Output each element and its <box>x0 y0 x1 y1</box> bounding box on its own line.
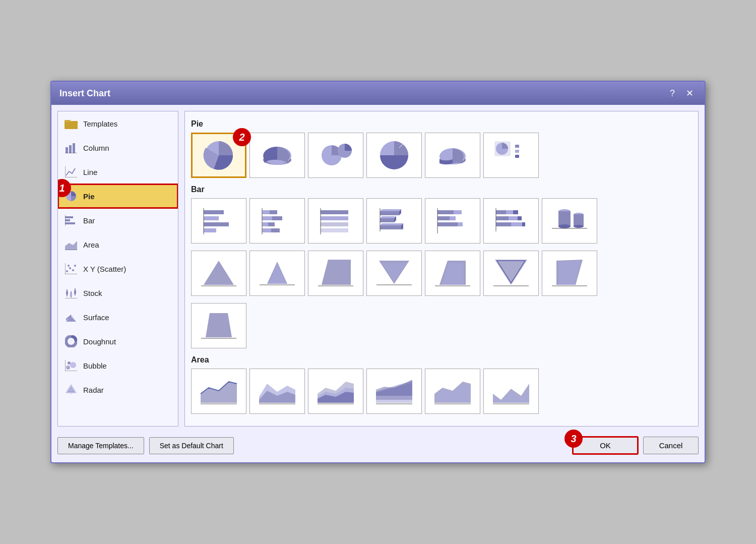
svg-marker-119 <box>322 260 351 285</box>
svg-point-18 <box>74 265 76 267</box>
bar-chart-grid-3 <box>191 303 692 348</box>
svg-rect-97 <box>496 210 506 214</box>
sidebar-item-surface[interactable]: Surface <box>58 305 178 329</box>
line-icon <box>64 165 78 179</box>
bar-chart-7[interactable] <box>542 198 597 244</box>
svg-rect-95 <box>458 222 463 226</box>
bar-chart-4[interactable] <box>366 198 422 244</box>
bar-chart-1[interactable] <box>191 198 246 244</box>
pie-chart-1[interactable]: 2 <box>191 133 246 178</box>
svg-rect-94 <box>437 222 458 226</box>
svg-marker-87 <box>380 223 403 225</box>
sidebar-item-doughnut[interactable]: Doughnut <box>58 329 178 353</box>
svg-rect-3 <box>69 145 72 153</box>
bar-chart-15[interactable] <box>191 303 246 348</box>
sidebar: Templates Column <box>57 111 178 427</box>
svg-marker-84 <box>380 216 396 218</box>
svg-rect-99 <box>513 210 518 214</box>
svg-rect-59 <box>515 155 519 158</box>
sidebar-item-area[interactable]: Area <box>58 232 178 257</box>
bar-chart-5[interactable] <box>425 198 480 244</box>
pie-chart-6[interactable] <box>483 133 539 178</box>
pie-chart-4[interactable] <box>366 133 422 178</box>
sidebar-item-scatter[interactable]: X Y (Scatter) <box>58 257 178 281</box>
sidebar-item-stock[interactable]: Stock <box>58 281 178 305</box>
bar-chart-11[interactable] <box>366 251 422 296</box>
sidebar-item-radar[interactable]: Radar <box>58 378 178 402</box>
chart-scroll[interactable]: Pie 2 <box>184 111 699 427</box>
pie-chart-2[interactable] <box>249 133 305 178</box>
cancel-button[interactable]: Cancel <box>643 437 699 454</box>
svg-rect-0 <box>65 121 78 129</box>
dialog-body: Templates Column <box>51 105 705 462</box>
area-chart-3[interactable] <box>308 369 363 414</box>
folder-icon <box>64 116 78 131</box>
radar-icon <box>64 383 78 397</box>
svg-rect-78 <box>321 228 348 232</box>
svg-marker-114 <box>204 261 234 285</box>
svg-marker-13 <box>65 241 77 250</box>
svg-point-34 <box>66 366 70 370</box>
bar-chart-8[interactable] <box>191 251 246 296</box>
bar-chart-12[interactable] <box>425 251 480 296</box>
dialog-main: Templates Column <box>57 111 699 427</box>
svg-point-109 <box>558 224 571 228</box>
bar-chart-9[interactable] <box>249 251 305 296</box>
sidebar-item-templates[interactable]: Templates <box>58 111 178 136</box>
sidebar-label-surface: Surface <box>83 313 109 322</box>
set-default-chart-button[interactable]: Set as Default Chart <box>149 437 234 454</box>
manage-templates-button[interactable]: Manage Templates... <box>57 437 144 454</box>
svg-rect-2 <box>66 147 68 153</box>
area-chart-2[interactable] <box>249 369 305 414</box>
area-chart-4[interactable] <box>366 369 422 414</box>
svg-marker-117 <box>268 264 286 284</box>
bar-chart-10[interactable] <box>308 251 363 296</box>
svg-rect-86 <box>380 225 403 229</box>
svg-point-112 <box>574 225 584 228</box>
doughnut-icon <box>64 334 78 348</box>
content-area: Pie 2 <box>184 111 699 427</box>
svg-rect-77 <box>321 222 348 226</box>
area-chart-5[interactable] <box>425 369 480 414</box>
area-chart-grid <box>191 369 692 414</box>
svg-marker-81 <box>380 209 401 211</box>
bar-chart-6[interactable] <box>483 198 539 244</box>
area-chart-1[interactable] <box>191 369 246 414</box>
bar-chart-grid-2 <box>191 251 692 296</box>
bar-chart-13[interactable] <box>483 251 539 296</box>
pie-chart-5[interactable] <box>425 133 480 178</box>
sidebar-item-line[interactable]: Line <box>58 160 178 184</box>
svg-point-36 <box>68 361 71 365</box>
svg-rect-10 <box>65 219 70 221</box>
area-chart-6[interactable] <box>483 369 539 414</box>
sidebar-item-bubble[interactable]: Bubble <box>58 353 178 378</box>
sidebar-label-area: Area <box>83 240 99 249</box>
svg-point-17 <box>72 269 74 271</box>
bar-chart-3[interactable] <box>308 198 363 244</box>
svg-rect-70 <box>262 222 268 226</box>
close-button[interactable]: ✕ <box>683 87 697 100</box>
sidebar-item-bar[interactable]: Bar <box>58 208 178 232</box>
pie-chart-3[interactable] <box>308 133 363 178</box>
scatter-icon <box>64 262 78 276</box>
svg-rect-63 <box>204 228 216 232</box>
svg-rect-58 <box>515 150 519 153</box>
footer: Manage Templates... Set as Default Chart… <box>57 432 699 456</box>
svg-rect-72 <box>262 228 271 232</box>
dialog-title: Insert Chart <box>59 88 110 99</box>
svg-rect-93 <box>450 216 456 220</box>
svg-marker-122 <box>382 263 407 282</box>
sidebar-item-column[interactable]: Column <box>58 136 178 160</box>
help-button[interactable]: ? <box>667 87 678 100</box>
svg-rect-92 <box>437 216 450 220</box>
sidebar-label-radar: Radar <box>83 386 104 394</box>
title-bar: Insert Chart ? ✕ <box>51 82 705 105</box>
sidebar-label-templates: Templates <box>83 119 117 128</box>
section-label-pie: Pie <box>191 119 692 129</box>
bar-chart-14[interactable] <box>542 251 597 296</box>
svg-rect-103 <box>496 222 511 226</box>
stock-icon <box>64 286 78 300</box>
svg-rect-68 <box>262 216 272 220</box>
bar-chart-2[interactable] <box>249 198 305 244</box>
sidebar-item-pie[interactable]: Pie 1 <box>58 184 178 208</box>
